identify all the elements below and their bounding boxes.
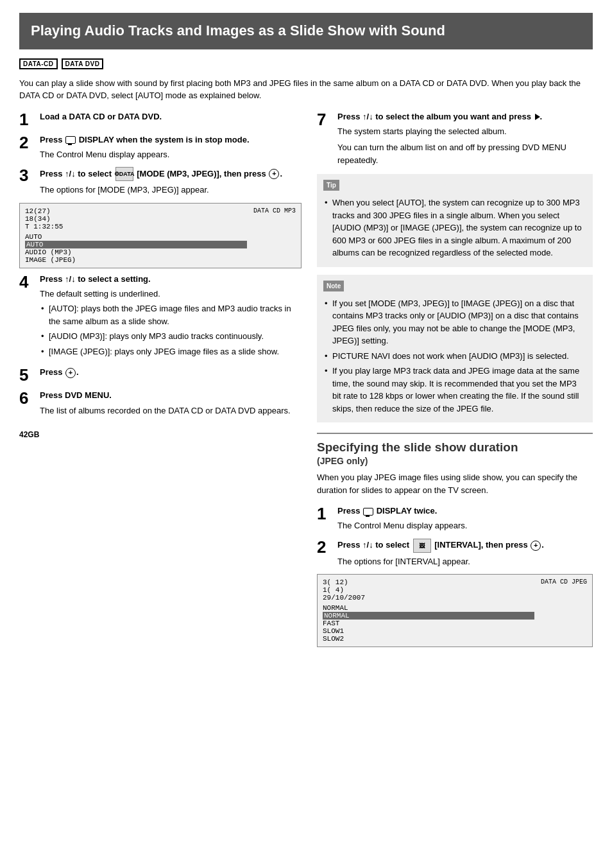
badge-data-dvd: DATA DVD [62,58,104,69]
step-2-title: Press DISPLAY when the system is in stop… [40,135,250,144]
note-item-0: If you set [MODE (MP3, JPEG)] to [IMAGE … [323,297,586,347]
screen-2: 3( 12) 1( 4) 29/10/2007 NORMAL NORMAL FA… [317,574,593,647]
step-1-title: Load a DATA CD or DATA DVD. [40,112,162,121]
screen-2-label: DATA CD JPEG [541,578,587,586]
step-7-body1: The system starts playing the selected a… [337,125,593,138]
step-5-number: 5 [19,367,35,383]
screen-1-auto-label: AUTO [25,233,247,241]
section2-step-2-number: 2 [317,539,332,555]
screen-1-left: 12(27) 18(34) T 1:32:55 AUTO AUTO AUDIO … [25,207,247,264]
screen-2-slow2: SLOW2 [323,635,534,643]
enter-icon-5 [65,368,76,378]
right-column: 7 Press ↑/↓ to select the album you want… [317,111,593,653]
intro-text: You can play a slide show with sound by … [19,77,593,102]
section2-step-2-body: The options for [INTERVAL] appear. [337,555,593,568]
screen-1-line3: T 1:32:55 [25,223,247,230]
section2-title: Specifying the slide show duration [317,440,593,455]
step-6-content: Press DVD MENU. The list of albums recor… [40,390,302,417]
screen-2-normal-highlight: NORMAL [323,612,534,620]
step-1-number: 1 [19,111,35,128]
step-1-content: Load a DATA CD or DATA DVD. [40,111,302,123]
page-number: 42GB [19,430,39,439]
note-bullets: If you set [MODE (MP3, JPEG)] to [IMAGE … [323,297,586,415]
screen-2-slow1: SLOW1 [323,627,534,635]
note-label: Note [323,281,344,291]
step-4-bullets: [AUTO]: plays both the JPEG image files … [40,302,302,358]
section2-step-2-title: Press ↑/↓ to select 🖼 [INTERVAL], then p… [337,540,544,550]
note-box: Note If you set [MODE (MP3, JPEG)] to [I… [317,275,593,423]
screen-2-line2: 1( 4) [323,586,534,594]
screen-2-right: DATA CD JPEG [541,578,587,586]
step-7: 7 Press ↑/↓ to select the album you want… [317,111,593,167]
step-7-content: Press ↑/↓ to select the album you want a… [337,111,593,167]
step-6-title: Press DVD MENU. [40,390,112,400]
step-2: 2 Press DISPLAY when the system is in st… [19,134,302,161]
step-2-content: Press DISPLAY when the system is in stop… [40,134,302,161]
play-icon [535,114,540,120]
screen-1: 12(27) 18(34) T 1:32:55 AUTO AUTO AUDIO … [19,203,302,268]
interval-icon: 🖼 [413,539,431,553]
badges-row: DATA-CD DATA DVD [19,58,593,69]
page-title: Playing Audio Tracks and Images as a Sli… [19,13,593,49]
step-1: 1 Load a DATA CD or DATA DVD. [19,111,302,128]
step-3-body: The options for [MODE (MP3, JPEG)] appea… [40,184,302,196]
bullet-audio-mp3: [AUDIO (MP3)]: plays only MP3 audio trac… [40,330,302,343]
tip-box: Tip When you select [AUTO], the system c… [317,174,593,267]
step-3: 3 Press ↑/↓ to select ⚙DATA [MODE (MP3, … [19,167,302,196]
step-4-title: Press ↑/↓ to select a setting. [40,274,151,284]
screen-1-label: DATA CD MP3 [253,207,296,214]
main-content: 1 Load a DATA CD or DATA DVD. 2 Press DI… [19,111,593,653]
step-5: 5 Press . [19,367,302,383]
screen-1-auto-highlight: AUTO [25,241,247,248]
left-column: 1 Load a DATA CD or DATA DVD. 2 Press DI… [19,111,302,653]
step-3-number: 3 [19,167,35,184]
screen-1-line2: 18(34) [25,215,247,223]
step-4: 4 Press ↑/↓ to select a setting. The def… [19,273,302,361]
screen-1-image-jpeg: IMAGE (JPEG) [25,256,247,264]
section2-step-1-number: 1 [317,505,332,522]
tip-item-0: When you select [AUTO], the system can r… [323,196,586,259]
badge-data-cd: DATA-CD [19,58,58,69]
step-4-body: The default setting is underlined. [40,288,302,300]
step-3-content: Press ↑/↓ to select ⚙DATA [MODE (MP3, JP… [40,167,302,196]
screen-2-line1: 3( 12) [323,578,534,586]
screen-2-left: 3( 12) 1( 4) 29/10/2007 NORMAL NORMAL FA… [323,578,534,643]
step-2-number: 2 [19,134,35,151]
section2-step-1-title: Press DISPLAY twice. [337,506,437,516]
screen-2-normal-label: NORMAL [323,604,534,612]
display-icon [65,136,76,144]
section-divider [317,433,593,434]
screen-1-line1: 12(27) [25,207,247,215]
step-3-title: Press ↑/↓ to select ⚙DATA [MODE (MP3, JP… [40,169,282,178]
step-5-content: Press . [40,367,302,378]
screen-2-line3: 29/10/2007 [323,594,534,602]
screen-1-right: DATA CD MP3 [253,207,296,214]
mode-icon: ⚙DATA [115,167,133,181]
screen-2-fast: FAST [323,620,534,627]
bullet-image-jpeg: [IMAGE (JPEG)]: plays only JPEG image fi… [40,345,302,358]
section2-intro: When you play JPEG image files using sli… [317,471,593,496]
page-number-area: 42GB [19,430,302,439]
step-6: 6 Press DVD MENU. The list of albums rec… [19,390,302,417]
step-4-content: Press ↑/↓ to select a setting. The defau… [40,273,302,361]
step-2-body: The Control Menu display appears. [40,148,302,161]
section2-step-2: 2 Press ↑/↓ to select 🖼 [INTERVAL], then… [317,539,593,568]
step-6-number: 6 [19,390,35,406]
enter-icon-s2 [531,541,541,551]
tip-bullets: When you select [AUTO], the system can r… [323,196,586,259]
section2-step-1-content: Press DISPLAY twice. The Control Menu di… [337,505,593,532]
tip-label: Tip [323,180,339,191]
step-7-title: Press ↑/↓ to select the album you want a… [337,112,542,121]
note-item-2: If you play large MP3 track data and JPE… [323,365,586,415]
screen-1-audio-mp3: AUDIO (MP3) [25,248,247,256]
step-6-body: The list of albums recorded on the DATA … [40,404,302,417]
section2-step-2-content: Press ↑/↓ to select 🖼 [INTERVAL], then p… [337,539,593,568]
step-4-number: 4 [19,273,35,290]
section2-step-1-body: The Control Menu display appears. [337,519,593,532]
bullet-auto: [AUTO]: plays both the JPEG image files … [40,302,302,327]
display-icon-2 [363,508,373,516]
note-item-1: PICTURE NAVI does not work when [AUDIO (… [323,350,586,363]
step-7-body2: You can turn the album list on and off b… [337,141,593,166]
section2-step-1: 1 Press DISPLAY twice. The Control Menu … [317,505,593,532]
step-7-number: 7 [317,111,332,128]
